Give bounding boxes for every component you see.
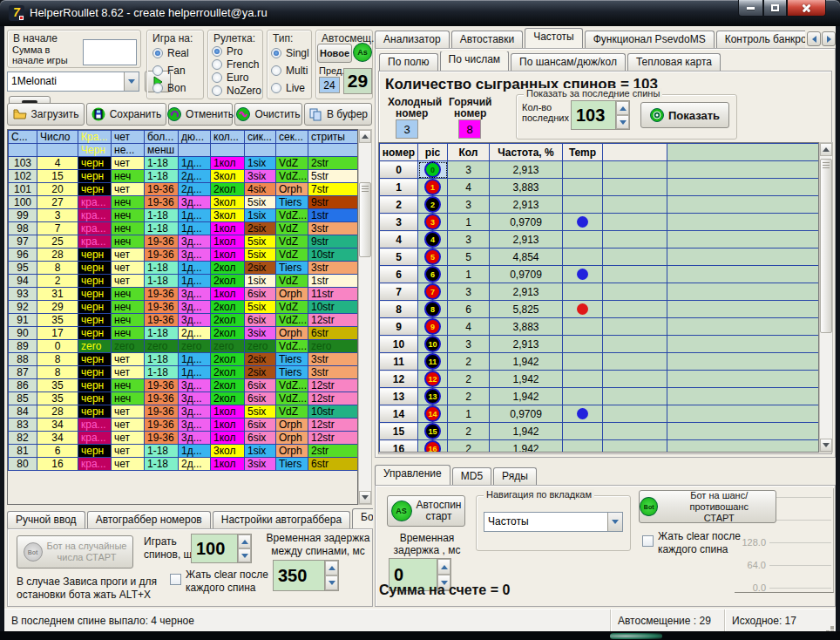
frequency-extra-cell[interactable]: [603, 371, 667, 388]
history-cell[interactable]: 19-36: [145, 379, 179, 392]
spins-count-value[interactable]: 100: [192, 534, 237, 562]
history-cell[interactable]: 2кол: [211, 275, 245, 288]
frequency-extra-cell[interactable]: [603, 405, 667, 423]
tab-по-шансам-дюж-кол[interactable]: По шансам/дюж/кол: [511, 53, 626, 71]
frequency-percent-cell[interactable]: 1,942: [490, 353, 563, 371]
history-cell[interactable]: черн: [78, 366, 112, 379]
frequency-percent-cell[interactable]: 3,883: [490, 318, 563, 336]
frequency-count-cell[interactable]: 2: [448, 388, 490, 405]
radio-singl[interactable]: Singl: [271, 47, 311, 59]
history-cell[interactable]: zero: [308, 340, 359, 353]
last-spins-value[interactable]: 103: [572, 101, 615, 129]
tabs-scroll-left-button[interactable]: [807, 31, 821, 46]
history-cell[interactable]: 1кол: [211, 288, 245, 301]
history-cell[interactable]: чет: [112, 275, 145, 288]
history-cell[interactable]: черн: [78, 379, 112, 392]
frequency-extra-cell[interactable]: [603, 249, 667, 266]
history-number-cell[interactable]: 0: [37, 340, 78, 353]
history-cell[interactable]: черн: [78, 405, 112, 419]
frequency-temp-cell[interactable]: [563, 266, 603, 283]
history-cell[interactable]: 2д...: [179, 183, 211, 196]
history-cell[interactable]: 19-36: [145, 301, 179, 314]
tab-ручной-ввод[interactable]: Ручной ввод: [7, 511, 85, 528]
save-button[interactable]: Сохранить: [86, 103, 166, 126]
history-cell[interactable]: неч: [112, 301, 145, 314]
frequency-percent-cell[interactable]: 4,854: [490, 249, 563, 266]
history-cell[interactable]: 7str: [308, 183, 359, 196]
radio-euro[interactable]: Euro: [212, 71, 262, 84]
history-number-cell[interactable]: 28: [37, 249, 78, 262]
history-cell[interactable]: 6str: [308, 327, 359, 340]
history-cell[interactable]: чет: [112, 262, 145, 275]
frequency-extra-cell[interactable]: [603, 196, 667, 214]
frequency-percent-cell[interactable]: 0,9709: [490, 405, 563, 423]
frequency-extra-cell[interactable]: [603, 353, 667, 371]
history-cell[interactable]: кра...: [78, 432, 112, 445]
history-spin-cell[interactable]: 100: [9, 196, 37, 209]
radio-multi[interactable]: Multi: [271, 65, 311, 77]
history-cell[interactable]: 12str: [308, 314, 359, 327]
history-cell[interactable]: 1-18: [145, 327, 179, 340]
frequency-extra-cell[interactable]: [603, 440, 667, 453]
tab-контроль-банкролла[interactable]: Контроль банкролла: [716, 31, 805, 48]
frequency-count-cell[interactable]: 5: [448, 249, 490, 266]
history-cell[interactable]: VdZ...: [276, 314, 308, 327]
frequency-number-cell[interactable]: 13: [380, 388, 418, 405]
preset-dropdown-button[interactable]: [124, 72, 139, 91]
history-cell[interactable]: 12str: [308, 379, 359, 392]
history-cell[interactable]: 5six: [245, 301, 276, 314]
history-cell[interactable]: VdZ: [276, 301, 308, 314]
bot-clear-checkbox[interactable]: [170, 574, 181, 585]
history-cell[interactable]: Orph: [276, 327, 308, 340]
history-cell[interactable]: 1д...: [179, 157, 211, 170]
history-spin-cell[interactable]: 96: [9, 249, 37, 262]
frequency-count-cell[interactable]: 1: [448, 266, 490, 283]
frequency-pic-cell[interactable]: 2: [418, 196, 448, 214]
frequency-pic-cell[interactable]: 12: [418, 371, 448, 388]
frequency-temp-cell[interactable]: [563, 249, 603, 266]
history-cell[interactable]: 19-36: [145, 196, 179, 209]
history-number-cell[interactable]: 16: [37, 458, 78, 471]
history-number-cell[interactable]: 8: [37, 353, 78, 366]
clear-button[interactable]: Очистить: [234, 103, 302, 126]
frequency-pic-cell[interactable]: 8: [418, 301, 448, 318]
history-spin-cell[interactable]: 88: [9, 353, 37, 366]
history-cell[interactable]: 6str: [308, 458, 359, 471]
frequency-percent-cell[interactable]: 1,942: [490, 371, 563, 388]
frequency-pic-cell[interactable]: 13: [418, 388, 448, 405]
tab-управление[interactable]: Управление: [375, 465, 450, 485]
history-cell[interactable]: черн: [78, 327, 112, 340]
history-cell[interactable]: 12str: [308, 432, 359, 445]
history-cell[interactable]: 2кол: [211, 262, 245, 275]
frequency-extra-cell[interactable]: [603, 161, 667, 179]
frequency-number-cell[interactable]: 8: [380, 301, 418, 318]
new-button[interactable]: Новое: [317, 44, 352, 63]
history-cell[interactable]: Tiers: [276, 196, 308, 209]
history-cell[interactable]: черн: [78, 249, 112, 262]
history-spin-cell[interactable]: 89: [9, 340, 37, 353]
frequency-pic-cell[interactable]: 11: [418, 353, 448, 371]
history-cell[interactable]: 6six: [245, 314, 276, 327]
history-cell[interactable]: черн: [78, 275, 112, 288]
frequency-number-cell[interactable]: 9: [380, 318, 418, 336]
history-cell[interactable]: 1кол: [211, 222, 245, 235]
tab-md5[interactable]: MD5: [452, 467, 491, 485]
frequency-extra-cell[interactable]: [603, 283, 667, 301]
frequency-scrollbar[interactable]: [819, 142, 833, 453]
history-number-cell[interactable]: 20: [37, 183, 78, 196]
history-cell[interactable]: 1-18: [145, 262, 179, 275]
history-cell[interactable]: 3д...: [179, 392, 211, 405]
frequency-temp-cell[interactable]: [563, 423, 603, 440]
frequency-count-cell[interactable]: 3: [448, 231, 490, 249]
spins-down-button[interactable]: [238, 548, 251, 562]
frequency-number-cell[interactable]: 1: [380, 179, 418, 196]
frequency-temp-cell[interactable]: [563, 214, 603, 231]
autoshift-as-button[interactable]: As: [353, 43, 372, 62]
history-cell[interactable]: 19-36: [145, 249, 179, 262]
frequency-count-cell[interactable]: 2: [448, 353, 490, 371]
scroll-up-button[interactable]: [820, 143, 832, 156]
frequency-percent-cell[interactable]: 2,913: [490, 161, 563, 179]
history-cell[interactable]: неч: [112, 196, 145, 209]
frequency-percent-cell[interactable]: 1,942: [490, 388, 563, 405]
history-cell[interactable]: 1-18: [145, 366, 179, 379]
